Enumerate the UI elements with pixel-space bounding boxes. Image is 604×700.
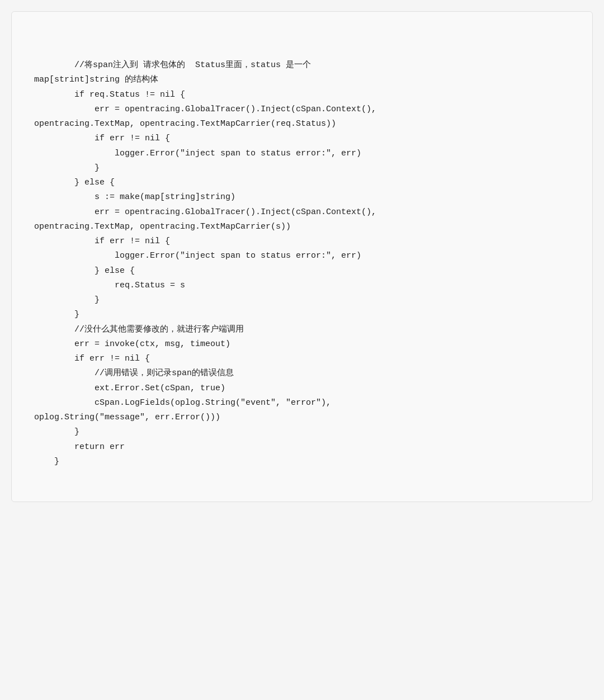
code-line: if err != nil { xyxy=(34,234,570,249)
code-line: if err != nil { xyxy=(34,131,570,146)
code-line: opentracing.TextMap, opentracing.TextMap… xyxy=(34,220,570,234)
code-line: //调用错误，则记录span的错误信息 xyxy=(34,366,570,381)
code-block: //将span注入到 请求包体的 Status里面，status 是一个map[… xyxy=(34,58,570,469)
code-line: s := make(map[string]string) xyxy=(34,190,570,205)
code-line: cSpan.LogFields(oplog.String("event", "e… xyxy=(34,396,570,410)
code-line: logger.Error("inject span to status erro… xyxy=(34,249,570,263)
code-line: err = opentracing.GlobalTracer().Inject(… xyxy=(34,102,570,117)
code-line: if err != nil { xyxy=(34,352,570,366)
code-line: } xyxy=(34,308,570,322)
code-line: opentracing.TextMap, opentracing.TextMap… xyxy=(34,117,570,131)
code-container: //将span注入到 请求包体的 Status里面，status 是一个map[… xyxy=(11,11,593,502)
code-line: err = opentracing.GlobalTracer().Inject(… xyxy=(34,205,570,220)
code-line: } xyxy=(34,293,570,308)
code-line: ext.Error.Set(cSpan, true) xyxy=(34,381,570,396)
code-line: map[strint]string 的结构体 xyxy=(34,73,570,87)
code-line: } else { xyxy=(34,176,570,190)
code-line: //将span注入到 请求包体的 Status里面，status 是一个 xyxy=(34,58,570,73)
code-line: oplog.String("message", err.Error())) xyxy=(34,410,570,425)
code-line: err = invoke(ctx, msg, timeout) xyxy=(34,337,570,352)
code-line: } xyxy=(34,455,570,469)
code-line: } xyxy=(34,161,570,176)
code-line: logger.Error("inject span to status erro… xyxy=(34,146,570,161)
code-line: //没什么其他需要修改的，就进行客户端调用 xyxy=(34,323,570,337)
code-line: req.Status = s xyxy=(34,278,570,293)
code-line: } else { xyxy=(34,264,570,278)
code-line: } xyxy=(34,425,570,439)
code-line: if req.Status != nil { xyxy=(34,88,570,102)
code-line: return err xyxy=(34,440,570,455)
